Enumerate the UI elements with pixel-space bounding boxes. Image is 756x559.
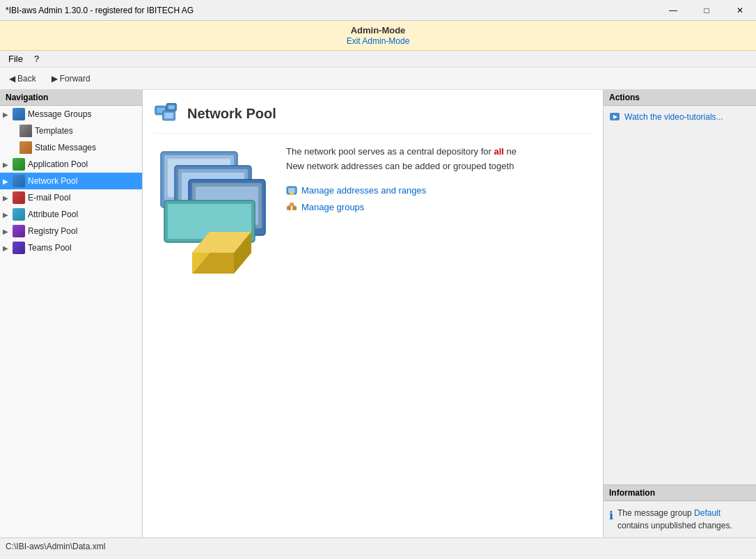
sidebar-item-label: Teams Pool — [28, 243, 139, 253]
close-button[interactable]: ✕ — [724, 0, 756, 21]
sidebar-item-network-pool[interactable]: ▶ Network Pool — [0, 173, 142, 189]
content-area: Network Pool — [143, 90, 603, 537]
expand-icon: ▶ — [3, 244, 13, 252]
info-text-after: contains unpublished changes. — [617, 521, 732, 530]
manage-groups-label: Manage groups — [301, 202, 364, 212]
sidebar-item-attribute-pool[interactable]: ▶ Attribute Pool — [0, 206, 142, 223]
minimize-button[interactable]: — — [657, 0, 689, 21]
actions-content: Watch the video-tutorials... — [604, 106, 756, 301]
main-layout: Navigation ▶ Message Groups Templates St… — [0, 90, 756, 537]
video-icon — [609, 111, 620, 123]
description-text: The network pool serves as a central dep… — [286, 145, 592, 174]
toolbar: ◀ Back ▶ Forward — [0, 68, 756, 90]
sidebar-item-registry-pool[interactable]: ▶ Registry Pool — [0, 223, 142, 239]
network-pool-header-icon — [154, 101, 179, 126]
templates-icon — [19, 125, 32, 137]
manage-addresses-link[interactable]: Manage addresses and ranges — [286, 185, 592, 196]
teams-pool-icon — [13, 242, 25, 254]
manage-groups-link[interactable]: Manage groups — [286, 202, 592, 213]
manage-groups-icon — [286, 202, 297, 213]
sidebar-item-teams-pool[interactable]: ▶ Teams Pool — [0, 239, 142, 256]
watch-video-link[interactable]: Watch the video-tutorials... — [609, 111, 750, 123]
video-link-label: Watch the video-tutorials... — [624, 112, 723, 122]
sidebar-item-label: Network Pool — [28, 176, 139, 186]
maximize-button[interactable]: □ — [691, 0, 723, 21]
content-body: The network pool serves as a central dep… — [154, 145, 592, 291]
admin-banner: Admin-Mode Exit Admin-Mode — [0, 21, 756, 51]
forward-button[interactable]: ▶ Forward — [45, 71, 97, 86]
expand-icon: ▶ — [3, 194, 13, 202]
title-bar-text: *IBI-aws Admin 1.30.0 - registered for I… — [6, 6, 750, 15]
admin-mode-title: Admin-Mode — [0, 25, 756, 36]
back-label: Back — [17, 74, 36, 84]
sidebar-item-label: Static Messages — [35, 143, 139, 152]
menu-bar: File ? — [0, 51, 756, 68]
expand-icon: ▶ — [3, 228, 13, 235]
network-pool-icon — [13, 175, 25, 187]
sidebar-item-label: Message Groups — [28, 109, 139, 119]
back-arrow-icon: ◀ — [9, 74, 15, 84]
info-text: The message group Default contains unpub… — [617, 507, 750, 532]
svg-rect-3 — [164, 113, 173, 118]
svg-rect-23 — [290, 191, 294, 194]
title-bar-controls: — □ ✕ — [657, 0, 756, 21]
manage-addresses-label: Manage addresses and ranges — [301, 185, 426, 196]
manage-addresses-icon — [286, 185, 297, 196]
content-text: The network pool serves as a central dep… — [286, 145, 592, 291]
sidebar-item-application-pool[interactable]: ▶ Application Pool — [0, 156, 142, 173]
static-messages-icon — [19, 141, 32, 154]
title-bar: *IBI-aws Admin 1.30.0 - registered for I… — [0, 0, 756, 21]
highlight-text: all — [494, 146, 503, 157]
sidebar-item-label: E-mail Pool — [28, 193, 139, 203]
expand-icon: ▶ — [3, 111, 13, 118]
svg-rect-5 — [168, 105, 175, 109]
expand-icon: ▶ — [3, 178, 13, 185]
content-illustration — [154, 145, 272, 291]
sidebar-item-label: Attribute Pool — [28, 210, 139, 219]
application-pool-icon — [13, 158, 25, 171]
help-menu[interactable]: ? — [29, 52, 45, 65]
registry-pool-icon — [13, 225, 25, 237]
content-header: Network Pool — [154, 101, 592, 134]
email-pool-icon — [13, 191, 25, 204]
info-icon: ℹ — [609, 507, 613, 524]
status-bar: C:\IBI-aws\Admin\Data.xml — [0, 537, 756, 554]
info-content: ℹ The message group Default contains unp… — [604, 501, 756, 537]
actions-header: Actions — [604, 90, 756, 106]
sidebar-item-label: Registry Pool — [28, 226, 139, 236]
info-text-before: The message group — [617, 508, 694, 518]
file-menu[interactable]: File — [3, 52, 29, 65]
forward-label: Forward — [60, 74, 90, 84]
sidebar-item-message-groups[interactable]: ▶ Message Groups — [0, 106, 142, 123]
sidebar-item-label: Templates — [35, 126, 139, 136]
navigation-header: Navigation — [0, 90, 142, 106]
back-button[interactable]: ◀ Back — [3, 71, 42, 86]
attribute-pool-icon — [13, 208, 25, 221]
sidebar-item-email-pool[interactable]: ▶ E-mail Pool — [0, 189, 142, 206]
network-illustration — [154, 145, 272, 291]
forward-arrow-icon: ▶ — [52, 74, 58, 84]
default-link[interactable]: Default — [694, 508, 720, 518]
info-section: Information ℹ The message group Default … — [604, 485, 756, 537]
status-path: C:\IBI-aws\Admin\Data.xml — [6, 542, 105, 551]
information-header: Information — [604, 485, 756, 501]
message-groups-icon — [13, 108, 25, 120]
sidebar-item-label: Application Pool — [28, 159, 139, 169]
right-panel-spacer — [604, 301, 756, 485]
sidebar: Navigation ▶ Message Groups Templates St… — [0, 90, 143, 537]
page-title: Network Pool — [187, 106, 276, 122]
exit-admin-mode-link[interactable]: Exit Admin-Mode — [347, 36, 410, 46]
right-panel: Actions Watch the video-tutorials... Inf… — [603, 90, 756, 537]
sidebar-item-static-messages[interactable]: Static Messages — [0, 139, 142, 156]
expand-icon: ▶ — [3, 161, 13, 168]
expand-icon: ▶ — [3, 211, 13, 219]
sidebar-item-templates[interactable]: Templates — [0, 123, 142, 139]
